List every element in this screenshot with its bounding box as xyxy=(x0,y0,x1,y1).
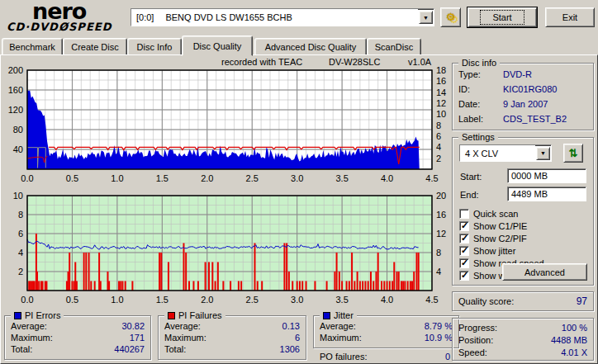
svg-text:0.5: 0.5 xyxy=(66,295,78,305)
disc-info-row: ID:KIC01RG080 xyxy=(453,82,593,97)
svg-text:1.0: 1.0 xyxy=(111,173,123,183)
svg-text:4.0: 4.0 xyxy=(381,295,393,305)
svg-text:10: 10 xyxy=(13,191,23,201)
pi-errors-legend: PI Errors xyxy=(25,310,60,320)
svg-text:200: 200 xyxy=(8,66,23,75)
disc-info-box: Disc info Type:DVD-R ID:KIC01RG080 Date:… xyxy=(452,63,594,130)
refresh-button[interactable]: ⇅ xyxy=(563,144,583,163)
svg-text:4.5: 4.5 xyxy=(425,173,438,183)
start-field-label: Start: xyxy=(460,172,482,182)
start-input[interactable]: 0000 MB xyxy=(507,168,586,183)
po-failures-row: PO failures:0 xyxy=(314,351,456,362)
svg-text:10: 10 xyxy=(436,109,446,119)
start-button[interactable]: Start xyxy=(467,7,537,27)
svg-text:8: 8 xyxy=(436,121,441,130)
pi-failures-stats-box: PI Failures Average:0.13 Maximum:6 Total… xyxy=(158,315,306,360)
svg-text:4: 4 xyxy=(436,142,441,152)
app-window: { "logo": { "brand": "nero", "product_le… xyxy=(0,0,598,364)
svg-text:6: 6 xyxy=(18,229,23,239)
stat-row: Average:30.82 xyxy=(5,320,150,332)
tab-disc-quality[interactable]: Disc Quality xyxy=(182,35,253,56)
speed-select[interactable]: 4 X CLV ▼ xyxy=(459,144,552,162)
stat-row: Total:440267 xyxy=(5,343,150,355)
tab-benchmark[interactable]: Benchmark xyxy=(2,38,63,55)
pi-failures-legend-swatch xyxy=(168,312,175,319)
progress-row: Progress:100 % xyxy=(453,321,593,333)
svg-text:160: 160 xyxy=(8,85,23,95)
svg-text:1.5: 1.5 xyxy=(156,295,168,305)
svg-text:8: 8 xyxy=(18,210,23,220)
drive-id: [0:0] xyxy=(136,12,154,22)
nero-logo: nero CD·DVDØSPEED xyxy=(7,2,112,33)
checkbox-show-c2-pif[interactable]: Show C2/PIF xyxy=(453,232,593,244)
svg-text:0.0: 0.0 xyxy=(21,295,33,305)
exit-button[interactable]: Exit xyxy=(545,7,595,27)
svg-text:3.0: 3.0 xyxy=(291,173,303,183)
svg-text:1.0: 1.0 xyxy=(111,295,123,305)
svg-text:4.5: 4.5 xyxy=(425,295,438,305)
tab-scandisc[interactable]: ScanDisc xyxy=(367,38,421,55)
quality-score-value: 97 xyxy=(577,295,587,307)
advanced-button[interactable]: Advanced xyxy=(502,263,587,281)
svg-text:0.5: 0.5 xyxy=(66,173,78,183)
svg-text:4: 4 xyxy=(436,267,441,277)
pi-failures-legend: PI Failures xyxy=(178,310,222,320)
svg-text:12: 12 xyxy=(436,229,446,239)
stat-row: Average:0.13 xyxy=(159,320,306,332)
tab-create-disc[interactable]: Create Disc xyxy=(63,38,127,55)
settings-box: Settings 4 X CLV ▼ ⇅ Start: 0000 MB End:… xyxy=(452,137,594,286)
svg-text:40: 40 xyxy=(13,144,23,154)
svg-text:4: 4 xyxy=(18,248,23,258)
pi-errors-legend-swatch xyxy=(14,312,21,319)
svg-text:3.5: 3.5 xyxy=(335,295,348,305)
svg-text:4.0: 4.0 xyxy=(381,173,393,183)
svg-text:18: 18 xyxy=(436,66,446,75)
checkbox-quick-scan[interactable]: Quick scan xyxy=(453,207,593,220)
svg-text:8: 8 xyxy=(436,248,441,258)
jitter-legend: Jitter xyxy=(334,310,354,320)
svg-text:80: 80 xyxy=(13,125,23,135)
show-c1-pie-checkbox[interactable] xyxy=(459,221,469,231)
svg-text:16: 16 xyxy=(436,210,446,220)
tab-advanced-disc-quality[interactable]: Advanced Disc Quality xyxy=(254,38,367,55)
tab-disc-info[interactable]: Disc Info xyxy=(127,38,182,55)
disc-info-row: Type:DVD-R xyxy=(453,67,593,82)
drive-selector[interactable]: [0:0] BENQ DVD LS DW1655 BCHB ▼ xyxy=(131,8,434,26)
svg-text:6: 6 xyxy=(436,131,441,141)
stat-row: Maximum:10.9 % xyxy=(314,332,458,343)
svg-text:0.0: 0.0 xyxy=(21,173,33,183)
options-button[interactable]: ⚙ xyxy=(440,7,461,27)
disc-info-row: Label:CDS_TEST_B2 xyxy=(453,111,593,126)
show-read-speed-checkbox[interactable] xyxy=(459,258,469,268)
exit-button-label: Exit xyxy=(562,12,577,22)
svg-text:2: 2 xyxy=(436,154,441,163)
position-row: Position:4488 MB xyxy=(453,333,593,346)
pi-errors-stats-box: PI Errors Average:30.82 Maximum:171 Tota… xyxy=(4,315,151,360)
show-jitter-checkbox[interactable] xyxy=(459,246,469,256)
nero-logo-product: CD·DVDØSPEED xyxy=(7,21,112,33)
end-input[interactable]: 4489 MB xyxy=(507,187,586,201)
svg-text:14: 14 xyxy=(436,87,446,97)
quality-score-label: Quality score: xyxy=(458,296,514,306)
drive-dropdown-arrow[interactable]: ▼ xyxy=(419,11,433,24)
stat-row: Average:8.79 % xyxy=(314,320,458,332)
checkbox-show-jitter[interactable]: Show jitter xyxy=(453,244,593,257)
speed-select-arrow[interactable]: ▼ xyxy=(536,147,550,160)
checkbox-show-c1-pie[interactable]: Show C1/PIE xyxy=(453,220,593,232)
end-field-label: End: xyxy=(460,190,479,200)
pi-failures-jitter-chart: 108642201612840.00.51.01.52.02.53.03.54.… xyxy=(0,190,456,307)
drive-name: BENQ DVD LS DW1655 BCHB xyxy=(165,12,292,22)
svg-text:3.5: 3.5 xyxy=(335,173,348,183)
stat-row: Maximum:171 xyxy=(5,332,150,343)
svg-text:2.0: 2.0 xyxy=(201,173,213,183)
disc-glyph-icon: Ø xyxy=(59,21,69,33)
svg-text:120: 120 xyxy=(8,105,23,115)
show-c2-pif-checkbox[interactable] xyxy=(459,234,469,243)
stat-row: Total:1306 xyxy=(159,343,306,355)
svg-text:3.0: 3.0 xyxy=(291,295,303,305)
progress-box: Progress:100 % Position:4488 MB Speed:4.… xyxy=(452,318,594,361)
start-button-label: Start xyxy=(480,10,524,25)
svg-text:2.5: 2.5 xyxy=(246,173,259,183)
quick-scan-checkbox[interactable] xyxy=(459,209,469,219)
show-write-speed-checkbox[interactable] xyxy=(459,271,469,281)
